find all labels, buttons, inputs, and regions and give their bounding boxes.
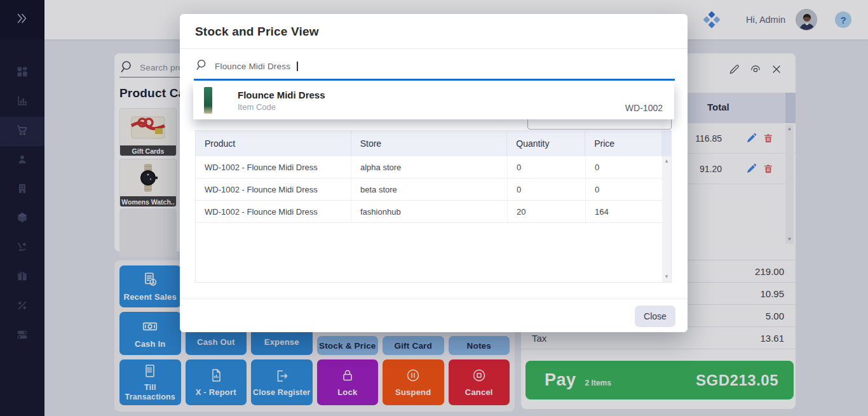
table-row[interactable]: WD-1002 - Flounce Midi Dress fashionhub …: [196, 201, 671, 223]
cell-product: WD-1002 - Flounce Midi Dress: [196, 156, 351, 178]
table-body: WD-1002 - Flounce Midi Dress alpha store…: [196, 156, 671, 282]
modal-footer: Close: [180, 299, 688, 332]
scroll-up-icon[interactable]: ▲: [664, 159, 669, 164]
cell-product: WD-1002 - Flounce Midi Dress: [196, 201, 351, 222]
stock-price-table: Product Store Quantity Price WD-1002 - F…: [195, 130, 672, 283]
cell-product: WD-1002 - Flounce Midi Dress: [196, 178, 351, 200]
cell-price: 0: [586, 156, 663, 178]
cell-quantity: 0: [508, 178, 586, 200]
search-icon: [195, 58, 209, 74]
cell-store: fashionhub: [351, 201, 508, 222]
search-suggestion-item[interactable]: Flounce Midi Dress Item Code WD-1002: [193, 81, 674, 119]
column-header-quantity: Quantity: [507, 131, 585, 156]
product-thumbnail: [204, 87, 212, 114]
table-header-row: Product Store Quantity Price: [196, 131, 671, 156]
table-row[interactable]: WD-1002 - Flounce Midi Dress alpha store…: [196, 156, 671, 178]
column-header-price: Price: [585, 131, 662, 156]
scroll-down-icon[interactable]: ▼: [664, 274, 669, 279]
cell-store: beta store: [351, 178, 508, 200]
table-scrollbar[interactable]: ▲ ▼: [662, 156, 671, 282]
column-header-product: Product: [196, 131, 351, 156]
cell-price: 0: [586, 178, 663, 200]
suggestion-meta-label: Item Code: [238, 102, 325, 112]
cell-store: alpha store: [351, 156, 508, 178]
table-row[interactable]: WD-1002 - Flounce Midi Dress beta store …: [196, 178, 671, 201]
stock-price-modal: Stock and Price View Flounce Midi Dress …: [180, 14, 688, 332]
modal-search-input[interactable]: Flounce Midi Dress: [195, 53, 672, 79]
suggestion-product-name: Flounce Midi Dress: [238, 90, 325, 100]
text-caret: [297, 62, 298, 71]
pos-app: Hi, Admin ? Search products Product Cate…: [0, 0, 868, 416]
cell-quantity: 0: [508, 156, 586, 178]
column-header-store: Store: [351, 131, 508, 156]
modal-close-button[interactable]: Close: [635, 305, 675, 327]
column-header-scroll: [662, 131, 671, 156]
cell-price: 164: [586, 201, 663, 222]
suggestion-item-code: WD-1002: [625, 103, 663, 113]
cell-quantity: 20: [508, 201, 586, 222]
modal-title: Stock and Price View: [195, 25, 319, 39]
suggestion-text: Flounce Midi Dress Item Code: [238, 90, 325, 112]
search-underline: [194, 79, 675, 81]
search-value: Flounce Midi Dress: [215, 62, 290, 71]
modal-title-divider: [180, 48, 688, 49]
